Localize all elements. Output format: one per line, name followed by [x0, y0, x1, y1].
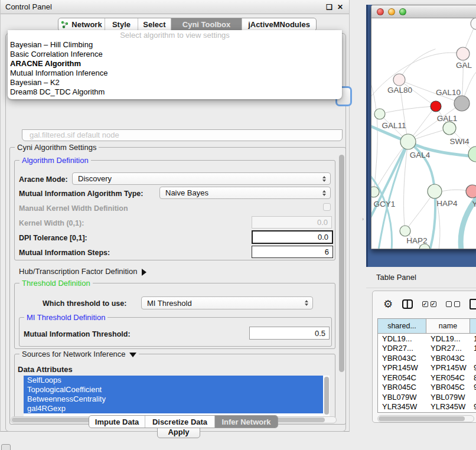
network-node[interactable] — [471, 18, 476, 30]
network-node-gal10[interactable] — [454, 96, 470, 111]
algorithm-option[interactable]: ARACNE Algorithm — [8, 59, 342, 69]
network-view-window: GALGAL80GAL10GAL1GAL11GAL4SWI4GCY1HAP4YH… — [371, 5, 476, 249]
table-row[interactable]: YBR045CYBR045C9. — [378, 383, 476, 393]
network-selector-combo[interactable]: gal.filtered.sif default node — [22, 129, 343, 141]
network-node-gcy1[interactable] — [371, 187, 379, 197]
close-traffic-light-icon[interactable] — [377, 8, 384, 15]
table-cell: YIL052C — [378, 412, 426, 413]
attributes-list-scrollbar[interactable] — [323, 376, 330, 417]
panel-collapse-handle-icon[interactable]: › — [362, 216, 364, 222]
aracne-mode-label: Aracne Mode: — [19, 175, 68, 184]
tab-label: Cyni Toolbox — [182, 20, 230, 29]
network-node-hap2[interactable] — [400, 226, 410, 236]
table-panel-title: Table Panel — [376, 273, 416, 282]
tab-select[interactable]: Select — [138, 18, 171, 31]
table-horizontal-scrollbar[interactable] — [377, 415, 474, 422]
algorithm-option[interactable]: Bayesian – K2 — [8, 78, 342, 87]
table-row[interactable]: YPR145WYPR145W9. — [378, 363, 476, 373]
checked-boxes-icon[interactable]: ✓✓ — [422, 301, 436, 307]
minimize-traffic-light-icon[interactable] — [388, 8, 395, 15]
bottom-tab-impute-data[interactable]: Impute Data — [89, 416, 145, 428]
network-node-hap4[interactable] — [428, 184, 442, 198]
table-toolbar: ⚙ ✓✓ — [373, 291, 476, 317]
table-row[interactable]: YER054CYER054C8. — [378, 373, 476, 383]
sources-legend[interactable]: Sources for Network Inference — [19, 350, 139, 358]
tab-style[interactable]: Style — [105, 18, 138, 31]
column-header[interactable]: name — [426, 319, 470, 333]
network-canvas[interactable]: GALGAL80GAL10GAL1GAL11GAL4SWI4GCY1HAP4YH… — [371, 18, 476, 249]
attribute-list-item[interactable]: gal4RGexp — [24, 404, 323, 413]
which-threshold-value: MI Threshold — [147, 299, 192, 308]
table-cell: YDR27... — [426, 344, 470, 354]
tab-label: Network — [71, 20, 102, 29]
mi-algorithm-type-label: Mutual Information Algorithm Type: — [19, 190, 143, 198]
attribute-list-item[interactable]: TopologicalCoefficient — [24, 385, 323, 394]
settings-vertical-scrollbar[interactable] — [338, 150, 345, 422]
network-node-label: GAL — [456, 61, 472, 70]
table-row[interactable]: YDR27...YDR27...12 — [378, 344, 476, 354]
kernel-width-label: Kernel Width (0,1): — [19, 219, 84, 227]
hub-definition-toggle[interactable]: Hub/Transcription Factor Definition — [19, 267, 146, 276]
attribute-list-item[interactable]: SelfLoops — [24, 376, 323, 385]
dpi-tolerance-label: DPI Tolerance [0,1]: — [19, 234, 87, 242]
float-window-icon[interactable]: ❑ — [326, 4, 332, 11]
network-node-label: Y — [472, 200, 476, 208]
network-node-gal4[interactable] — [400, 134, 416, 149]
algorithm-option[interactable]: Bayesian – Hill Climbing — [8, 40, 342, 50]
control-panel-titlebar[interactable]: Control Panel ❑ ✕ — [1, 0, 349, 14]
unchecked-boxes-icon[interactable] — [446, 301, 460, 307]
which-threshold-combo[interactable]: MI Threshold — [141, 296, 313, 309]
manual-kernel-width-checkbox[interactable] — [323, 203, 331, 211]
network-node-y[interactable] — [466, 185, 476, 198]
table-cell: YPR145W — [378, 363, 426, 373]
algorithm-dropdown-popup: Select algorithm to view settings Bayesi… — [8, 30, 342, 99]
network-node[interactable] — [431, 101, 441, 112]
table-row[interactable]: YIL052CYIL052C9 — [378, 412, 476, 413]
mi-threshold-field[interactable]: 0.5 — [249, 327, 330, 340]
table-row[interactable]: YLR345WYLR345W9. — [378, 402, 476, 412]
spinner-arrows-icon — [322, 187, 326, 198]
network-window-titlebar[interactable] — [371, 5, 476, 18]
algorithm-option[interactable]: Mutual Information Inference — [8, 69, 342, 78]
node-attribute-table[interactable]: shared...name YDL19...YDL19...13YDR27...… — [377, 318, 476, 413]
data-attributes-list[interactable]: SelfLoopsTopologicalCoefficientBetweenne… — [24, 376, 330, 418]
table-row[interactable]: YBR043CYBR043C — [378, 353, 476, 363]
tab-label: Style — [112, 20, 131, 29]
column-header[interactable]: shared... — [378, 319, 426, 333]
algorithm-option[interactable]: Basic Correlation Inference — [8, 50, 342, 59]
columns-icon[interactable] — [402, 299, 412, 309]
tab-network[interactable]: Network — [58, 18, 105, 31]
mi-steps-field[interactable]: 6 — [252, 246, 333, 258]
tab-jactivemnodules[interactable]: jActiveMNodules — [242, 18, 316, 31]
document-icon[interactable] — [470, 299, 476, 309]
network-node-gal11[interactable] — [374, 109, 385, 119]
gear-icon[interactable]: ⚙ — [383, 299, 393, 309]
tab-cyni-toolbox[interactable]: Cyni Toolbox — [171, 18, 242, 31]
mi-threshold-legend: MI Threshold Definition — [24, 313, 107, 322]
bottom-tab-discretize-data[interactable]: Discretize Data — [145, 416, 215, 428]
dpi-tolerance-field[interactable]: 0.0 — [252, 230, 333, 244]
mi-algorithm-type-combo[interactable]: Naive Bayes — [159, 187, 331, 199]
minimized-panel-button[interactable] — [1, 444, 11, 450]
zoom-traffic-light-icon[interactable] — [399, 8, 406, 15]
kernel-width-field[interactable]: 0.0 — [252, 216, 332, 229]
column-header[interactable] — [470, 319, 476, 333]
network-node-gal80[interactable] — [393, 74, 405, 86]
table-row[interactable]: YBL079WYBL079W — [378, 392, 476, 402]
table-cell: YBR045C — [426, 383, 470, 393]
network-node-swi4[interactable] — [468, 146, 476, 162]
close-window-icon[interactable]: ✕ — [337, 4, 343, 11]
mi-threshold-label: Mutual Information Threshold: — [24, 330, 131, 338]
bottom-tab-infer-network[interactable]: Infer Network — [215, 416, 278, 428]
aracne-mode-combo[interactable]: Discovery — [72, 172, 331, 185]
network-node-gal[interactable] — [457, 47, 470, 60]
algorithm-option[interactable]: Dream8 DC_TDC Algorithm — [8, 87, 342, 97]
network-node-label: GAL11 — [382, 121, 406, 130]
table-panel-titlebar[interactable]: Table Panel — [366, 267, 476, 288]
table-cell — [470, 392, 476, 402]
table-panel-container: ⚙ ✓✓ shared...name YDL19...YDL19...13YDR… — [372, 291, 476, 423]
attribute-list-item[interactable]: BetweennessCentrality — [24, 394, 323, 404]
network-node-gal1[interactable] — [443, 122, 456, 135]
collapsed-arrow-icon — [142, 269, 146, 276]
table-row[interactable]: YDL19...YDL19...13 — [378, 334, 476, 344]
